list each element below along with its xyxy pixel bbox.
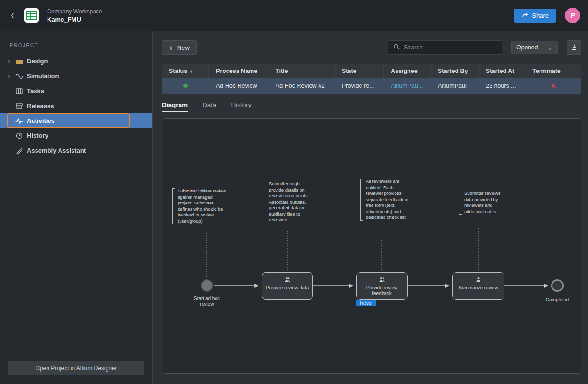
sidebar-item-design[interactable]: › Design xyxy=(0,54,152,69)
annotation-text: Submitter might provide details on revie… xyxy=(269,181,315,223)
sidebar-item-assembly-assistant[interactable]: Assembly Assistant xyxy=(0,143,152,158)
annotation-bracket xyxy=(172,188,175,224)
share-label: Share xyxy=(532,12,549,19)
column-header-process-name[interactable]: Process Name xyxy=(209,64,268,78)
simulation-icon xyxy=(15,72,27,80)
state-cell: Provide re... xyxy=(335,83,384,89)
start-node-label: Start ad hoc review xyxy=(188,296,226,307)
workspace-label: Company Workspace xyxy=(47,8,102,15)
sidebar-item-label: Assembly Assistant xyxy=(27,147,86,154)
toolbar: + New Opened ⌄ xyxy=(162,40,581,55)
start-event-node[interactable] xyxy=(201,279,213,292)
search-box[interactable] xyxy=(388,40,502,55)
back-button[interactable]: ‹ xyxy=(6,9,19,22)
annotation-text: Submitter reviews data provided by revie… xyxy=(464,191,502,215)
annotation-start: Submitter initiate review against manage… xyxy=(172,188,227,224)
assembly-assistant-icon xyxy=(15,147,27,155)
task-node-summarize-review[interactable]: Summarize review xyxy=(452,272,504,300)
title-cell: Ad Hoc Review #2 xyxy=(268,83,335,89)
column-label: Terminate xyxy=(532,68,561,74)
workflow-diagram-panel: Submitter initiate review against manage… xyxy=(162,118,581,374)
process-name-cell: Ad Hoc Review xyxy=(209,83,268,89)
annotation-summarize: Submitter reviews data provided by revie… xyxy=(459,191,502,215)
column-header-state[interactable]: State xyxy=(335,64,384,78)
column-header-assignee[interactable]: Assignee xyxy=(384,64,431,78)
sidebar-item-simulation[interactable]: › Simulation xyxy=(0,69,152,84)
column-header-title[interactable]: Title xyxy=(268,64,335,78)
back-icon: ‹ xyxy=(11,9,14,21)
terminate-icon[interactable]: ✕ xyxy=(551,82,556,90)
title-stack: Company Workspace Kame_FMU xyxy=(47,8,102,23)
main-content: + New Opened ⌄ xyxy=(153,31,588,384)
column-header-started-by[interactable]: Started By xyxy=(431,64,479,78)
avatar-initial: P xyxy=(570,12,575,19)
sidebar-item-label: Releases xyxy=(27,102,54,109)
tab-data[interactable]: Data xyxy=(203,101,216,111)
task-node-prepare-review-data[interactable]: Prepare review data xyxy=(262,272,313,300)
sidebar-item-activities[interactable]: Activities xyxy=(0,113,152,128)
annotation-bracket xyxy=(459,191,462,215)
annotation-bracket xyxy=(264,181,266,223)
history-clock-icon xyxy=(15,132,27,140)
search-icon xyxy=(393,43,400,52)
sidebar-item-history[interactable]: History xyxy=(0,128,152,143)
table-header-row: Status ▾ Process Name Title State Assign… xyxy=(162,64,581,78)
started-at-cell: 23 hours ... xyxy=(479,83,525,89)
chevron-right-icon[interactable]: › xyxy=(8,72,15,80)
task-node-provide-review-feedback[interactable]: Provide review feedback xyxy=(356,272,408,300)
task-node-label: Prepare review data xyxy=(266,285,309,291)
annotation-text: All reviewers are notified. Each reviewe… xyxy=(366,179,409,221)
column-label: Status xyxy=(169,68,187,74)
releases-icon xyxy=(15,102,27,110)
sidebar-item-tasks[interactable]: Tasks xyxy=(0,84,152,98)
tab-history[interactable]: History xyxy=(231,101,252,111)
user-icon xyxy=(476,276,481,284)
sidebar-item-label: Tasks xyxy=(27,87,44,95)
search-input[interactable] xyxy=(404,44,497,51)
user-group-icon xyxy=(284,276,291,284)
column-label: Started At xyxy=(486,68,514,74)
task-node-label: Summarize review xyxy=(458,285,498,291)
new-button[interactable]: + New xyxy=(162,40,197,55)
column-label: Process Name xyxy=(216,68,257,74)
table-row[interactable]: Ad Hoc Review Ad Hoc Review #2 Provide r… xyxy=(162,78,581,94)
user-avatar[interactable]: P xyxy=(565,8,580,23)
detail-tabs: Diagram Data History xyxy=(162,101,581,113)
new-button-label: New xyxy=(177,44,190,51)
column-label: State xyxy=(342,68,357,74)
project-name: Kame_FMU xyxy=(47,16,102,23)
chevron-down-icon: ⌄ xyxy=(547,44,552,51)
status-cell xyxy=(162,84,209,88)
column-label: Title xyxy=(276,68,288,74)
terminate-cell: ✕ xyxy=(525,82,581,90)
column-header-started-at[interactable]: Started At xyxy=(479,64,525,78)
assignee-tag[interactable]: Trevor xyxy=(356,300,376,306)
column-header-status[interactable]: Status ▾ xyxy=(162,64,209,78)
download-button[interactable] xyxy=(567,40,581,55)
sidebar-item-label: Design xyxy=(27,58,48,65)
project-icon xyxy=(23,7,40,24)
sidebar-item-label: History xyxy=(27,132,48,139)
status-filter-dropdown[interactable]: Opened ⌄ xyxy=(511,41,558,54)
tab-diagram[interactable]: Diagram xyxy=(162,101,188,112)
sidebar-item-label: Simulation xyxy=(27,72,59,80)
annotation-text: Submitter initiate review against manage… xyxy=(178,188,227,224)
chevron-right-icon[interactable]: › xyxy=(8,58,15,65)
diagram-connectors xyxy=(162,119,581,373)
plus-icon: + xyxy=(169,44,173,52)
assignee-cell[interactable]: AltiumPau... xyxy=(384,83,431,89)
end-node-label: Completed xyxy=(538,297,576,303)
open-project-button[interactable]: Open Project in Altium Designer xyxy=(8,361,144,375)
annotation-bracket xyxy=(360,179,363,221)
sidebar-item-releases[interactable]: Releases xyxy=(0,98,152,113)
share-icon xyxy=(521,11,528,20)
sort-desc-icon: ▾ xyxy=(190,69,192,74)
share-button[interactable]: Share xyxy=(514,9,556,23)
sidebar-item-label: Activities xyxy=(27,117,55,124)
end-event-node[interactable] xyxy=(551,279,564,292)
activities-icon xyxy=(15,117,27,125)
started-by-cell: AltiumPaul xyxy=(431,83,479,89)
folder-icon xyxy=(15,58,27,65)
sidebar: PROJECT › Design › Simulation xyxy=(0,31,153,384)
user-group-icon xyxy=(379,276,385,284)
